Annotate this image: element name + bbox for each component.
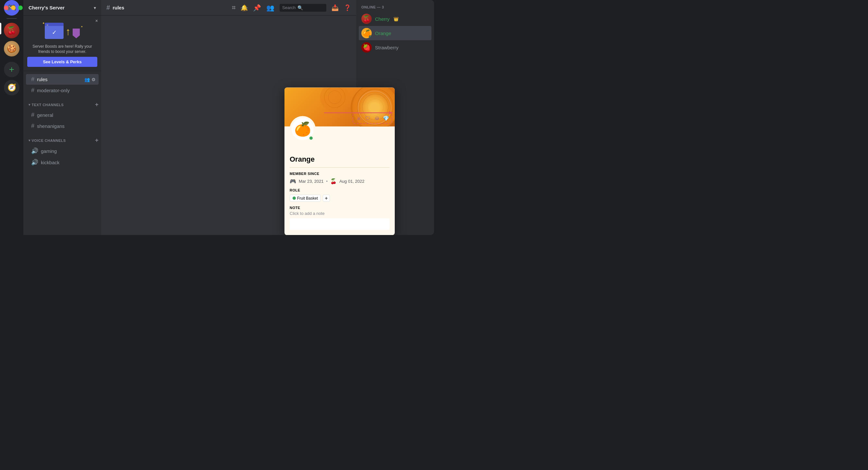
channel-item-rules[interactable]: # rules 👥 ⚙ [26,74,99,85]
arrow-annotation [324,109,395,117]
text-channels-chevron: ▾ [29,103,30,107]
boost-banner-close[interactable]: × [95,18,98,23]
channel-item-kickback[interactable]: 🔊 kickback [26,157,99,168]
note-placeholder[interactable]: Click to add a note [290,211,390,215]
member-item-cherry[interactable]: 🍒 Cherry 👑 [359,12,431,26]
see-levels-button[interactable]: See Levels & Perks [27,57,97,67]
arrow-svg [324,109,395,116]
speaker-icon-kickback: 🔊 [31,159,38,166]
chat-area: ⚔ 🛡 ⚙ 💎 🍊 [101,16,356,235]
member-avatar-cherry: 🍒 [361,13,372,24]
mac-controls [0,0,23,16]
add-server-button[interactable]: + [4,62,20,77]
online-members-header: ONLINE — 3 [359,5,431,9]
role-color-dot [292,196,296,200]
text-channels-label: TEXT CHANNELS [32,103,64,107]
search-icon: 🔍 [298,5,303,10]
profile-divider [290,167,390,168]
cookie-server-avatar: 🍪 [7,44,17,53]
profile-avatar-area: 🍊 [284,126,395,139]
svg-marker-9 [389,111,394,114]
member-item-strawberry[interactable]: 🍓 Strawberry [359,40,431,55]
active-pill [0,23,1,34]
channel-name-gaming: gaming [41,148,96,154]
voice-channels-chevron: ▾ [29,139,30,142]
channel-item-shenanigans[interactable]: # shenanigans [26,121,99,131]
add-icon: + [9,64,14,75]
crown-icon: 👑 [394,17,399,22]
member-avatar-strawberry: 🍓 [361,42,372,53]
app-window: 🎮 🍒 🍪 + 🧭 Cherr [0,0,434,235]
profile-popup: ⚔ 🛡 ⚙ 💎 🍊 [284,87,395,235]
search-bar[interactable]: Search 🔍 [280,4,326,12]
topbar-channel-name: rules [113,5,124,10]
channel-name-shenanigans: shenanigans [37,123,96,129]
server-icon-cherry[interactable]: 🍒 [4,23,20,38]
role-label: ROLE [290,188,390,192]
inbox-icon[interactable]: 📥 [332,4,339,11]
server-divider [6,18,17,19]
topbar-hash-icon: # [106,4,110,11]
profile-roles: Fruit Basket + [290,195,390,202]
note-input[interactable] [290,218,390,230]
settings-icon[interactable]: ⚙ [91,77,96,82]
minimize-button[interactable] [11,5,16,10]
explore-servers-button[interactable]: 🧭 [4,80,20,95]
member-avatar-orange: 🍊 [361,28,372,38]
member-item-orange[interactable]: 🍊 Orange [359,26,431,40]
channel-actions: 👥 ⚙ [84,77,96,82]
slash-commands-icon[interactable]: ⌗ [232,4,236,11]
channel-item-gaming[interactable]: 🔊 gaming [26,145,99,156]
search-placeholder: Search [282,5,296,10]
hash-icon-general: # [31,112,34,118]
date-separator: • [326,178,328,183]
hash-icon-mod: # [31,87,34,94]
member-name-strawberry: Strawberry [375,45,399,50]
channel-item-moderator-only[interactable]: # moderator-only [26,85,99,96]
help-icon[interactable]: ❓ [344,4,351,11]
server-icon-small: 🍒 [330,178,337,184]
member-name-orange: Orange [375,30,391,36]
member-name-cherry: Cherry [375,16,390,22]
server-chevron-icon: ▾ [94,5,96,10]
hash-icon: # [31,76,34,83]
text-channels-header[interactable]: ▾ TEXT CHANNELS + [23,96,101,109]
pin-icon[interactable]: 📌 [253,4,261,12]
profile-member-dates: 🎮 Mar 23, 2021 • 🍒 Aug 01, 2022 [290,178,390,184]
channel-name-general: general [37,112,96,118]
speaker-icon-gaming: 🔊 [31,147,38,154]
compass-icon: 🧭 [7,83,16,92]
profile-content: Orange MEMBER SINCE 🎮 Mar 23, 2021 • 🍒 A… [284,139,395,235]
boost-banner-text: Server Boosts are here! Rally your frien… [27,44,97,54]
notification-mute-icon[interactable]: 🔔 [241,4,248,11]
server-icon-cookie[interactable]: 🍪 [4,41,20,57]
discord-logo-small: 🎮 [290,178,296,184]
voice-channels-header[interactable]: ▾ VOICE CHANNELS + [23,132,101,145]
channel-list: # rules 👥 ⚙ # moderator-only ▾ TEXT CHAN… [23,71,101,235]
channel-item-general[interactable]: # general [26,110,99,120]
profile-status-indicator [308,135,314,141]
role-name: Fruit Basket [297,196,318,200]
add-voice-channel-button[interactable]: + [95,137,99,144]
boost-banner-image: ✓ ✕ ↑ ✦ ✦ [27,20,97,42]
invite-icon[interactable]: 👥 [84,77,90,82]
member-since-label: MEMBER SINCE [290,171,390,175]
channel-name-moderator: moderator-only [37,88,96,93]
note-label: NOTE [290,205,390,209]
main-content: # rules ⌗ 🔔 📌 👥 Search 🔍 📥 ❓ [101,0,356,235]
close-button[interactable] [4,5,8,10]
server-join-date: Aug 01, 2022 [339,178,364,183]
maximize-button[interactable] [18,5,23,10]
role-tag-fruit-basket: Fruit Basket [290,195,321,202]
topbar-icons: ⌗ 🔔 📌 👥 Search 🔍 📥 ❓ [232,4,351,12]
discord-join-date: Mar 23, 2021 [299,178,324,183]
topbar: # rules ⌗ 🔔 📌 👥 Search 🔍 📥 ❓ [101,0,356,16]
server-header[interactable]: Cherry's Server ▾ [23,0,101,16]
add-text-channel-button[interactable]: + [95,101,99,108]
add-role-button[interactable]: + [323,195,330,202]
members-icon[interactable]: 👥 [266,4,274,12]
sidebar: Cherry's Server ▾ × ✓ ✕ [23,0,101,235]
channel-name-kickback: kickback [41,160,96,165]
server-icons-bar: 🎮 🍒 🍪 + 🧭 [0,0,23,235]
hash-icon-shenanigans: # [31,123,34,129]
